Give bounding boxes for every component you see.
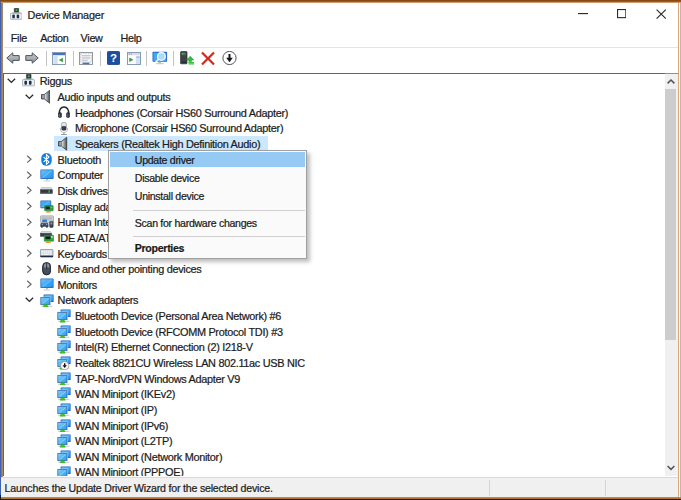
svg-text:?: ? <box>110 52 117 64</box>
